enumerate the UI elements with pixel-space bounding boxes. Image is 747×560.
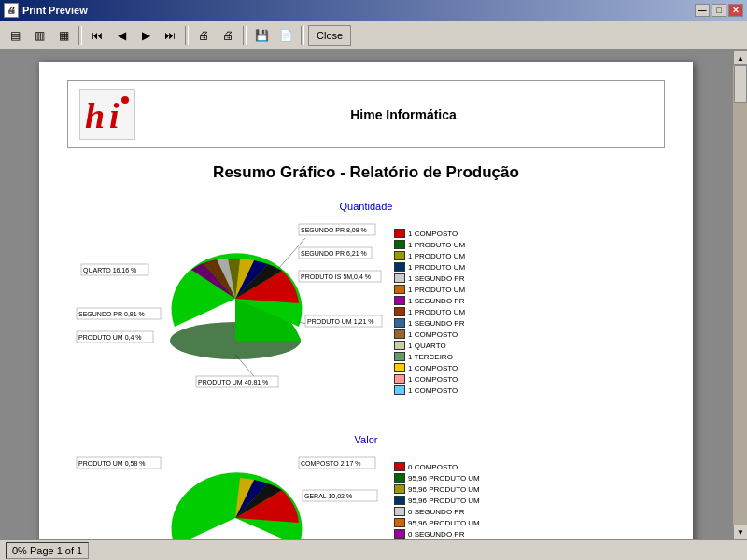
legend-label: 1 PRODUTO UM — [408, 252, 465, 260]
legend-item: 1 QUARTO — [394, 341, 465, 350]
legend-label: 0 SEGUNDO PR — [408, 508, 464, 516]
legend-color — [394, 329, 405, 339]
chart2-legend: 0 COMPOSTO 95,96 PRODUTO UM 95,96 PRODUT… — [394, 462, 480, 539]
scroll-track[interactable] — [733, 65, 747, 525]
legend-color — [394, 273, 405, 283]
legend-item: 0 COMPOSTO — [394, 462, 480, 471]
view-double-btn[interactable]: ▥ — [28, 25, 50, 46]
pie-chart-2: PRODUTO UM 0,58 % COMPOSTO 2,17 % GERAL … — [67, 453, 385, 539]
doc-btn[interactable]: 📄 — [275, 25, 297, 46]
chart1-container: SEGUNDO PR 8,08 % QUARTO 16,16 % SEGUNDO… — [67, 219, 665, 406]
legend-color — [394, 529, 405, 539]
legend-label: 1 TERCEIRO — [408, 353, 453, 361]
close-window-button[interactable]: ✕ — [728, 4, 743, 17]
pie-area-2: PRODUTO UM 0,58 % COMPOSTO 2,17 % GERAL … — [67, 453, 385, 539]
legend-label: 95,96 PRODUTO UM — [408, 497, 480, 505]
legend-item: 1 COMPOSTO — [394, 329, 465, 339]
legend-color — [394, 251, 405, 260]
legend-item: 1 COMPOSTO — [394, 363, 465, 372]
legend-color — [394, 285, 405, 294]
save-btn[interactable]: 💾 — [250, 25, 273, 46]
legend-item: 1 PRODUTO UM — [394, 262, 465, 272]
legend-item: 1 TERCEIRO — [394, 352, 465, 361]
sep4 — [301, 26, 304, 45]
pie-area-1: SEGUNDO PR 8,08 % QUARTO 16,16 % SEGUNDO… — [67, 219, 385, 406]
company-name: Hime Informática — [154, 107, 653, 122]
legend-item: 95,96 PRODUTO UM — [394, 473, 480, 483]
close-button[interactable]: Close — [308, 25, 351, 46]
svg-point-2 — [121, 96, 129, 104]
page: h i Hime Informática Resumo Gráfico - Re… — [39, 62, 693, 539]
legend-label: 0 COMPOSTO — [408, 463, 458, 471]
svg-text:PRODUTO UM 40,81 %: PRODUTO UM 40,81 % — [198, 379, 268, 385]
legend-color — [394, 473, 405, 483]
chart1-label: Quantidade — [67, 201, 665, 212]
print2-btn[interactable]: 🖨 — [217, 25, 239, 46]
svg-text:h: h — [85, 96, 105, 135]
legend-color — [394, 318, 405, 328]
legend-color — [394, 462, 405, 471]
chart1-legend: 1 COMPOSTO 1 PRODUTO UM 1 PRODUTO UM — [394, 229, 465, 395]
legend-color — [394, 363, 405, 372]
svg-text:i: i — [109, 96, 120, 135]
scroll-thumb[interactable] — [734, 65, 747, 103]
svg-text:QUARTO 16,16 %: QUARTO 16,16 % — [83, 267, 136, 274]
legend-label: 1 PRODUTO UM — [408, 263, 465, 272]
view-single-btn[interactable]: ▤ — [4, 25, 26, 46]
last-page-btn[interactable]: ⏭ — [159, 25, 181, 46]
svg-text:PRODUTO UM 1,21 %: PRODUTO UM 1,21 % — [307, 318, 374, 325]
legend-label: 95,96 PRODUTO UM — [408, 485, 480, 494]
legend-label: 0 SEGUNDO PR — [408, 530, 464, 539]
vertical-scrollbar[interactable]: ▲ ▼ — [732, 50, 747, 539]
svg-text:PRODUTO IS 5M,0,4 %: PRODUTO IS 5M,0,4 % — [301, 273, 371, 280]
legend-color — [394, 229, 405, 238]
svg-text:SEGUNDO PR 6,21 %: SEGUNDO PR 6,21 % — [301, 250, 367, 257]
legend-label: 1 PRODUTO UM — [408, 308, 465, 316]
legend-label: 1 PRODUTO UM — [408, 286, 465, 294]
legend-item: 1 PRODUTO UM — [394, 240, 465, 249]
window-icon: 🖨 — [4, 3, 19, 18]
legend-item: 1 SEGUNDO PR — [394, 318, 465, 328]
svg-text:COMPOSTO 2,17 %: COMPOSTO 2,17 % — [301, 460, 360, 467]
view-quad-btn[interactable]: ▦ — [52, 25, 75, 46]
legend-label: 1 PRODUTO UM — [408, 241, 465, 249]
legend-item: 0 SEGUNDO PR — [394, 507, 480, 516]
pie-chart-1: SEGUNDO PR 8,08 % QUARTO 16,16 % SEGUNDO… — [67, 219, 385, 406]
sep3 — [243, 26, 247, 45]
minimize-button[interactable]: — — [695, 4, 710, 17]
legend-color — [394, 374, 405, 384]
legend-label: 1 COMPOSTO — [408, 330, 458, 339]
legend-item: 1 PRODUTO UM — [394, 251, 465, 260]
legend-item: 1 COMPOSTO — [394, 374, 465, 384]
chart-section-quantidade: Quantidade — [67, 201, 665, 406]
legend-color — [394, 296, 405, 305]
legend-color — [394, 518, 405, 527]
next-page-btn[interactable]: ▶ — [134, 25, 157, 46]
legend-label: 1 SEGUNDO PR — [408, 297, 464, 305]
window-title: Print Preview — [22, 5, 88, 16]
status-text: 0% Page 1 of 1 — [6, 542, 89, 559]
legend-color — [394, 341, 405, 350]
toolbar: ▤ ▥ ▦ ⏮ ◀ ▶ ⏭ 🖨 🖨 💾 📄 Close — [0, 21, 747, 50]
scroll-up-btn[interactable]: ▲ — [733, 50, 747, 65]
print-btn[interactable]: 🖨 — [192, 25, 215, 46]
legend-color — [394, 240, 405, 249]
first-page-btn[interactable]: ⏮ — [86, 25, 108, 46]
prev-page-btn[interactable]: ◀ — [110, 25, 133, 46]
legend-item: 1 SEGUNDO PR — [394, 273, 465, 283]
maximize-button[interactable]: □ — [712, 4, 726, 17]
legend-color — [394, 385, 405, 395]
scroll-down-btn[interactable]: ▼ — [733, 525, 747, 539]
preview-area[interactable]: h i Hime Informática Resumo Gráfico - Re… — [0, 50, 732, 539]
legend-item: 95,96 PRODUTO UM — [394, 484, 480, 494]
svg-text:SEGUNDO PR 0,81 %: SEGUNDO PR 0,81 % — [78, 311, 145, 317]
legend-color — [394, 484, 405, 494]
sep2 — [185, 26, 189, 45]
legend-label: 95,96 PRODUTO UM — [408, 519, 480, 527]
legend-item: 95,96 PRODUTO UM — [394, 518, 480, 527]
chart-section-valor: Valor — [67, 434, 665, 539]
legend-item: 0 SEGUNDO PR — [394, 529, 480, 539]
legend-color — [394, 496, 405, 505]
legend-color — [394, 307, 405, 316]
legend-item: 1 PRODUTO UM — [394, 285, 465, 294]
